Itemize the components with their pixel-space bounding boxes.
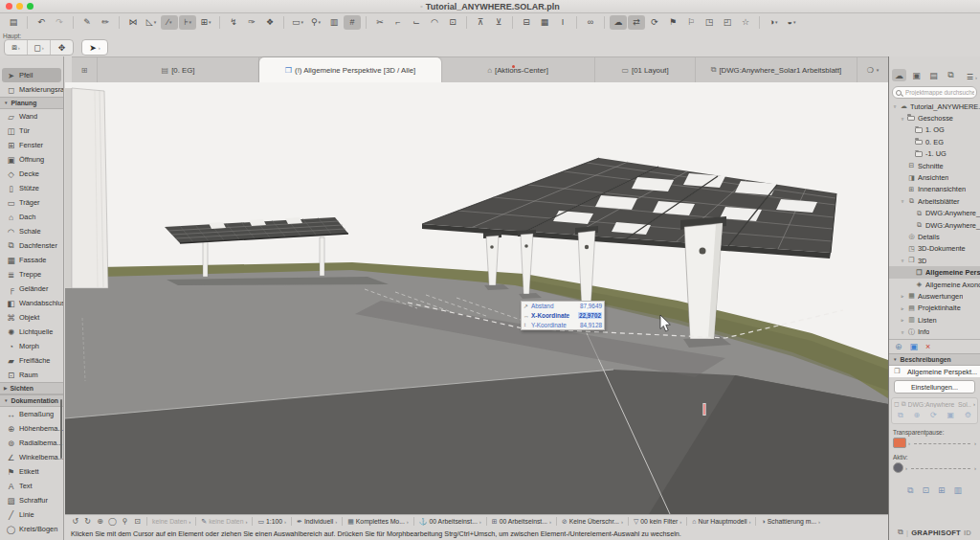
expander-icon[interactable]: ▹ [899,305,906,311]
copy-icon[interactable]: ⧉ [898,411,903,420]
distance-value[interactable]: 87,9649 [580,303,602,309]
snap-guides-icon[interactable]: ∕▾ [161,15,178,30]
navigator-search[interactable] [892,86,977,99]
frame-icon[interactable]: ▭▾ [289,15,306,30]
tree-item-dwg-anywhere-sc[interactable]: ⧉DWG:Anywhere_Sc [889,208,980,219]
coordinate-tracker[interactable]: ↗Abstand87,9649↔X-Koordinate22,9702↕Y-Ko… [521,301,605,330]
tool-wand[interactable]: ▱Wand [0,109,63,124]
steel-profile-icon[interactable]: I [554,15,571,30]
publisher-icon[interactable]: ⧉ [944,69,958,81]
teamwork-sync-icon[interactable]: ⇄ [628,15,645,30]
quickbar-graphic-overrides[interactable]: ⊘Keine Überschr...› [560,518,625,526]
tree-item-innenansichten[interactable]: ⊞Innenansichten [889,184,980,195]
distribute-icon[interactable]: ⊻ [490,15,507,30]
favorites-icon[interactable]: ☆ [737,15,754,30]
zoom-window-button[interactable] [27,3,33,10]
tree-item-auswertungen[interactable]: ▹▦Auswertungen [889,290,980,302]
tab-list-dropdown[interactable]: ❍▾ [858,57,888,82]
tab-worksheet[interactable]: ⧉[DWG:Anywhere_Solar1 Arbeitsblatt] [696,57,858,82]
tool-etikett[interactable]: ⚑Etikett [0,464,63,479]
forward-icon[interactable]: ↻ [81,517,94,526]
tool-radialbema[interactable]: ⊚Radialbema... [0,436,63,450]
viewport-3d-scene[interactable] [65,82,888,514]
gravity-icon[interactable]: ↯ [225,15,242,30]
teamwork-cloud-icon[interactable]: ☁ [610,15,627,30]
linked-drawing-row[interactable]: ◻ ⧉ DWG:Anywhere_Sol... › [894,400,975,408]
tool-schale[interactable]: ◠Schale [0,224,63,238]
release-elements-icon[interactable]: ◰ [719,15,736,30]
tool-kreis-bogen[interactable]: ◯Kreis/Bogen [0,522,63,536]
tool-lichtquelle[interactable]: ✺Lichtquelle [0,325,63,339]
reserve-elements-icon[interactable]: ◳ [701,15,718,30]
hyperlink-icon[interactable]: ∞ [582,15,599,30]
tree-item-tutorial-anywhere-so[interactable]: ▿☁Tutorial_ANYWHERE.SO [889,101,980,112]
redo-icon[interactable]: ↷ [51,15,68,30]
tree-item-allgemeine-persp[interactable]: ❒Allgemeine Persp [889,266,980,278]
delete-icon[interactable]: × [925,342,930,351]
tree-item-1-og[interactable]: 1. OG [889,124,980,136]
minimize-window-button[interactable] [16,3,23,10]
add-viewpoint-icon[interactable]: ⊕ [895,342,902,351]
tool-schraffur[interactable]: ▨Schraffur [0,493,63,507]
expander-icon[interactable]: ▿ [891,103,899,109]
description-item[interactable]: ❒ Allgemeine Perspekt... [889,366,980,377]
profile-manager-icon[interactable]: ⊟ [518,15,535,30]
expander-icon[interactable]: ▹ [899,317,906,323]
tool-t-r[interactable]: ◫Tür [0,124,63,138]
quickbar-layer-combination[interactable]: keine Daten› [150,518,192,525]
tool-markierungsra[interactable]: ◻Markierungsra... [0,82,63,97]
arrow-tool-button[interactable]: ➤› [81,39,108,56]
marquee-mode-button[interactable]: ⧈› [5,40,28,55]
walk-icon[interactable]: ⚲ [119,517,131,526]
tree-item-0-eg[interactable]: 0. EG [889,136,980,147]
panel-box-icon[interactable]: ⊡ [922,485,929,496]
viewport[interactable]: ↗Abstand87,9649↔X-Koordinate22,9702↕Y-Ko… [65,82,888,514]
expander-icon[interactable]: ▿ [899,329,906,335]
tree-item-3d[interactable]: ▿❒3D [889,255,980,266]
layout-book-icon[interactable]: ▤ [926,69,941,81]
image-icon[interactable]: ▣ [947,411,954,420]
expander-icon[interactable]: ▿ [899,198,906,204]
tree-item-1-ug[interactable]: -1. UG [889,148,980,160]
tool-freifl-che[interactable]: ▰Freifläche [0,353,63,368]
quickbar-scale[interactable]: ▭1:100› [256,518,288,526]
fit-view-icon[interactable]: ⊡ [131,517,144,526]
tool-dachfenster[interactable]: ⧉Dachfenster [0,238,63,253]
intersect-icon[interactable]: ⌙ [408,15,425,30]
tool-objekt[interactable]: ⌘Objekt [0,310,63,325]
panel-rows-icon[interactable]: ▥ [954,485,963,496]
graphisoft-id[interactable]: ⧉ | GRAPHISOFT ID [889,528,980,537]
tab-perspective[interactable]: ❒(!) Allgemeine Perspektive [3D / Alle] [259,57,441,82]
tool-h-henbema[interactable]: ⊕Höhenbema... [0,421,63,436]
quickbar-pen-set[interactable]: ✒Individuell› [295,518,339,526]
settings-button[interactable]: Einstellungen... [894,380,975,394]
inject-parameters-icon[interactable]: ✏ [97,15,114,30]
tab-action-center[interactable]: ⌂[Aktions-Center] [441,57,595,82]
tool-wandabschluss[interactable]: ◧Wandabschluss [0,296,63,310]
quickbar-dimension-standard-1[interactable]: ⚓00 Arbeitseinst...› [417,518,483,526]
tree-item-arbeitsbl-tter[interactable]: ▿⧉Arbeitsblätter [889,195,980,207]
panel-grid-icon[interactable]: ⊞ [938,485,946,496]
refresh-icon[interactable]: ⟳ [646,15,663,30]
toolbox-section-dokumentation[interactable]: ▼Dokumentation [0,394,63,407]
split-icon[interactable]: ✂ [371,15,389,30]
orbit-mode-button[interactable]: ✥ [51,40,73,55]
toolbox-scrollbar[interactable] [60,399,63,459]
tool-pfeil[interactable]: ➤Pfeil [2,68,61,82]
tool-linie[interactable]: ╱Linie [0,507,63,522]
snap-references-icon[interactable]: ⊦▾ [179,15,196,30]
tree-item-allgemeine-axono[interactable]: ◈Allgemeine Axono [889,279,980,290]
grid-display-icon[interactable]: # [344,15,361,30]
fillet-icon[interactable]: ◠ [426,15,443,30]
tree-item-projektinhalte[interactable]: ▹▤Projektinhalte [889,303,980,314]
active-swatch[interactable] [893,462,903,473]
tool-winkelbema[interactable]: ∠Winkelbema... [0,450,63,464]
x-coordinate-value[interactable]: 22,9702 [578,312,602,319]
onion-skin-icon[interactable]: ▥ [325,15,343,30]
project-chooser-icon[interactable]: ☁ [892,69,906,81]
tree-item-details[interactable]: ◎Details [889,231,980,242]
relative-coords-icon[interactable]: ✑ [243,15,260,30]
selection-mode-button[interactable]: ◻› [28,40,51,55]
render-settings-icon[interactable]: ◑▾ [765,15,782,30]
quickbar-render-style[interactable]: ◑Schattierung m...› [759,518,822,525]
